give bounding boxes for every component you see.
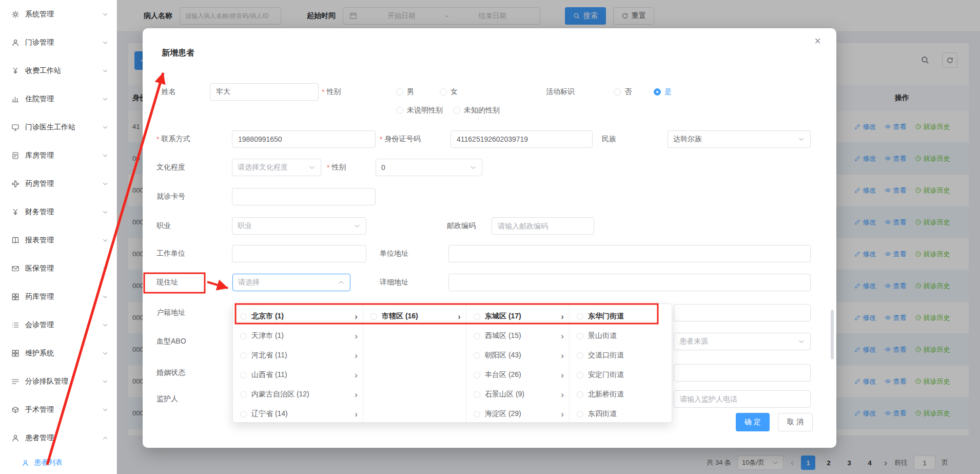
cascade-column-3: 东城区 (17)›西城区 (15)›朝阳区 (43)›丰台区 (26)›石景山区… [466, 304, 570, 422]
chevron-down-icon [102, 11, 108, 17]
chevron-right-icon: › [561, 371, 564, 380]
patient-source-select[interactable]: 患者来源 [674, 333, 811, 350]
radio-active-no[interactable]: 否 [614, 83, 632, 101]
cascade-option[interactable]: 辽宁省 (14)› [233, 404, 363, 422]
current-address-select[interactable]: 请选择 [232, 274, 350, 291]
confirm-button[interactable]: 确 定 [736, 413, 770, 431]
box-icon [11, 406, 19, 414]
work-unit-input[interactable] [232, 245, 366, 262]
sidebar-item-14[interactable]: 手术管理 [0, 395, 116, 424]
ethnicity-select[interactable]: 达斡尔族 [668, 130, 811, 148]
cascade-option[interactable]: 东华门街道 [570, 307, 672, 326]
name-input[interactable] [210, 83, 319, 101]
add-patient-modal: 新增患者 × *姓名 *性别 男 女 未说明性别 未知的性别 活动标识 否 是 … [143, 28, 836, 448]
id-number-label: *身份证号码 [380, 130, 420, 148]
required-star: * [327, 163, 329, 172]
cascade-option[interactable]: 天津市 (1)› [233, 326, 363, 346]
close-icon[interactable]: × [814, 35, 821, 47]
postal-code-input[interactable] [492, 217, 594, 235]
gender-select[interactable]: 0 [376, 159, 482, 176]
gender-label: *性别 [322, 83, 341, 101]
card-number-input[interactable] [232, 188, 376, 205]
sidebar-menu: 系统管理门诊管理收费工作站住院管理门诊医生工作站库房管理药房管理财务管理报表管理… [0, 0, 116, 452]
radio-checked-icon [654, 88, 661, 96]
sidebar-item-label: 财务管理 [25, 207, 54, 217]
radio-active-yes[interactable]: 是 [654, 83, 672, 101]
sidebar-item-5[interactable]: 库房管理 [0, 141, 116, 169]
chevron-right-icon: › [355, 390, 358, 399]
radio-female[interactable]: 女 [440, 83, 458, 101]
chevron-down-icon [102, 96, 108, 102]
cascade-option[interactable]: 市辖区 (16)› [363, 307, 466, 326]
chevron-down-icon [798, 136, 805, 143]
user-icon [22, 459, 29, 467]
cascade-option[interactable]: 内蒙古自治区 (12)› [233, 385, 363, 404]
guardian-phone-input[interactable] [674, 390, 811, 408]
occupation-select[interactable]: 职业 [232, 217, 366, 235]
sidebar-item-label: 药房管理 [25, 179, 54, 188]
sidebar-item-12[interactable]: 维护系统 [0, 339, 116, 367]
cascade-option[interactable]: 北新桥街道 [570, 385, 672, 404]
sidebar-item-4[interactable]: 门诊医生工作站 [0, 113, 116, 141]
required-star: * [322, 88, 324, 96]
cascade-option[interactable]: 石景山区 (9)› [466, 385, 569, 404]
required-star: * [156, 88, 159, 96]
contact-label: *联系方式 [156, 130, 190, 148]
cascade-option-label: 交道口街道 [588, 351, 624, 360]
sidebar-item-9[interactable]: 医保管理 [0, 254, 116, 282]
cascade-option[interactable]: 丰台区 (26)› [466, 365, 569, 385]
radio-unspecified-gender[interactable]: 未说明性别 [396, 102, 443, 119]
sidebar-item-13[interactable]: 分诊排队管理 [0, 367, 116, 395]
radio-male[interactable]: 男 [396, 83, 414, 101]
radio-icon [240, 391, 247, 398]
cascade-option[interactable]: 北京市 (1)› [233, 307, 363, 326]
household-address-label: 户籍地址 [156, 304, 185, 321]
cascade-option[interactable]: 西城区 (15)› [466, 326, 569, 346]
household-right-input[interactable] [674, 304, 811, 321]
cascade-option[interactable]: 朝阳区 (43)› [466, 346, 569, 365]
sidebar-item-0[interactable]: 系统管理 [0, 0, 116, 28]
address-cascade-dropdown: 北京市 (1)›天津市 (1)›河北省 (11)›山西省 (11)›内蒙古自治区… [232, 304, 672, 423]
sidebar-item-6[interactable]: 药房管理 [0, 169, 116, 198]
cascade-option-label: 山西省 (11) [251, 370, 287, 380]
education-select[interactable]: 请选择文化程度 [232, 159, 321, 176]
sidebar-item-11[interactable]: 会诊管理 [0, 311, 116, 339]
cascade-option[interactable]: 交道口街道 [570, 346, 672, 365]
cancel-button[interactable]: 取 消 [778, 413, 813, 431]
cascade-option[interactable]: 东城区 (17)› [466, 307, 569, 326]
sidebar-item-label: 系统管理 [25, 10, 54, 19]
cascade-option[interactable]: 安定门街道 [570, 365, 672, 385]
radio-unknown-gender[interactable]: 未知的性别 [453, 102, 500, 119]
radio-icon [577, 313, 583, 320]
sidebar-item-2[interactable]: 收费工作站 [0, 56, 116, 85]
id-number-input[interactable] [450, 130, 593, 148]
cascade-option[interactable]: 东四街道 [570, 404, 672, 422]
sidebar-item-7[interactable]: 财务管理 [0, 198, 116, 226]
name-label: *姓名 [156, 83, 175, 101]
sidebar-item-3[interactable]: 住院管理 [0, 85, 116, 113]
sidebar-item-1[interactable]: 门诊管理 [0, 28, 116, 56]
cascade-option[interactable]: 山西省 (11)› [233, 365, 363, 385]
unit-address-input[interactable] [448, 245, 811, 262]
modal-scrollbar[interactable] [831, 310, 834, 359]
cascade-option[interactable]: 河北省 (11)› [233, 346, 363, 365]
radio-icon [474, 372, 480, 378]
current-address-label: 现住址 [156, 274, 178, 291]
sidebar-item-label: 报表管理 [25, 236, 54, 245]
sidebar-item-patient-list[interactable]: 患者列表 [0, 452, 116, 473]
sidebar-item-15[interactable]: 患者管理 [0, 424, 116, 452]
marital-right-input[interactable] [674, 364, 811, 382]
sidebar-item-8[interactable]: 报表管理 [0, 226, 116, 254]
cascade-option-label: 东华门街道 [588, 312, 624, 321]
radio-icon [370, 313, 377, 320]
chevron-right-icon: › [561, 332, 564, 340]
contact-input[interactable] [232, 130, 376, 148]
sidebar-item-10[interactable]: 药库管理 [0, 282, 116, 311]
chevron-right-icon: › [458, 312, 461, 321]
cascade-option[interactable]: 景山街道 [570, 326, 672, 346]
sidebar-item-label: 门诊医生工作站 [25, 123, 75, 132]
radio-icon [474, 352, 480, 359]
cascade-option-label: 海淀区 (29) [485, 409, 521, 419]
cascade-option[interactable]: 海淀区 (29)› [466, 404, 569, 422]
detail-address-input[interactable] [448, 274, 811, 291]
